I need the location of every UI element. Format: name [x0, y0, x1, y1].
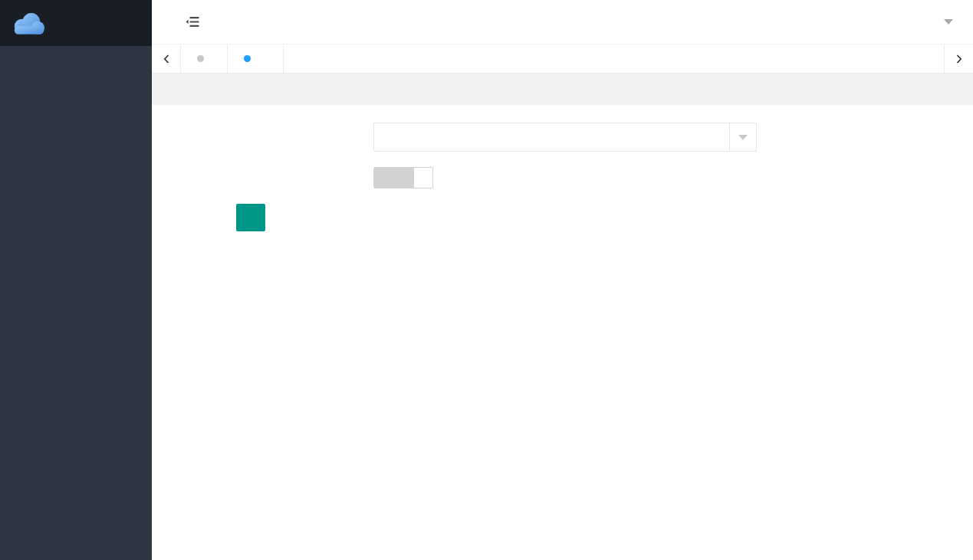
logo[interactable] — [0, 0, 152, 46]
caret-down-icon — [944, 19, 953, 25]
tab-dot — [244, 55, 251, 62]
form-row-user-account — [152, 123, 973, 152]
form-actions — [236, 204, 973, 234]
form-area — [152, 105, 973, 560]
chevron-left-icon — [163, 54, 169, 64]
tab-home[interactable] — [181, 44, 228, 73]
top-navbar — [152, 0, 973, 44]
nav-right — [909, 19, 953, 25]
user-menu[interactable] — [938, 19, 953, 25]
tab-dot — [197, 55, 204, 62]
tab-bar — [152, 44, 973, 74]
tabs-scroll-right-button[interactable] — [944, 44, 973, 73]
select-caret-segment[interactable] — [729, 123, 756, 151]
caret-down-icon — [738, 135, 748, 140]
main-area — [152, 0, 973, 560]
cloud-logo-icon — [12, 11, 45, 35]
tab-data-assistant-personal-config[interactable] — [228, 44, 284, 73]
switch-label — [373, 167, 413, 188]
cartesian-check-switch[interactable] — [373, 167, 433, 188]
user-account-label — [152, 131, 364, 143]
page-title-bar — [152, 74, 973, 105]
chevron-right-icon — [956, 54, 962, 64]
switch-knob — [413, 167, 433, 188]
form-row-cartesian-check — [152, 167, 973, 188]
save-button[interactable] — [236, 204, 265, 231]
sidebar — [0, 0, 152, 560]
tabs-scroll-left-button[interactable] — [152, 44, 181, 73]
collapse-menu-icon[interactable] — [186, 16, 199, 28]
user-account-select[interactable] — [373, 123, 757, 152]
